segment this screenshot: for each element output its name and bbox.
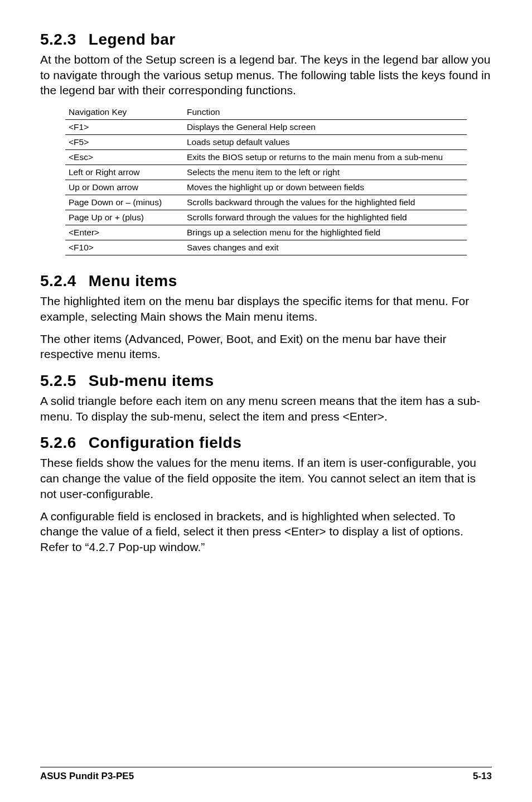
- heading-title: Sub-menu items: [89, 372, 214, 389]
- table-cell-function: Brings up a selection menu for the highl…: [183, 225, 467, 240]
- table-header-function: Function: [183, 105, 467, 120]
- table-row: <F1> Displays the General Help screen: [65, 120, 467, 135]
- heading-5-2-6: 5.2.6Configuration fields: [40, 434, 492, 452]
- paragraph: The highlighted item on the menu bar dis…: [40, 293, 492, 324]
- navigation-key-table: Navigation Key Function <F1> Displays th…: [65, 105, 467, 255]
- table-cell-key: Up or Down arrow: [65, 180, 183, 195]
- heading-5-2-3: 5.2.3Legend bar: [40, 31, 492, 49]
- heading-number: 5.2.4: [40, 272, 76, 290]
- heading-number: 5.2.3: [40, 31, 76, 49]
- heading-title: Configuration fields: [89, 434, 241, 451]
- table-cell-key: Page Up or + (plus): [65, 210, 183, 225]
- footer-page-number: 5-13: [473, 771, 492, 782]
- page-container: 5.2.3Legend bar At the bottom of the Set…: [0, 0, 532, 802]
- table-cell-key: <F5>: [65, 135, 183, 150]
- page-footer: ASUS Pundit P3-PE5 5-13: [40, 767, 492, 782]
- footer-product-name: ASUS Pundit P3-PE5: [40, 771, 134, 782]
- heading-number: 5.2.5: [40, 372, 76, 390]
- paragraph: A solid triangle before each item on any…: [40, 393, 492, 424]
- table-cell-function: Displays the General Help screen: [183, 120, 467, 135]
- table-row: <F10> Saves changes and exit: [65, 240, 467, 255]
- table-row: <Enter> Brings up a selection menu for t…: [65, 225, 467, 240]
- table-cell-key: Page Down or – (minus): [65, 195, 183, 210]
- table-row: Up or Down arrow Moves the highlight up …: [65, 180, 467, 195]
- table-cell-key: <F1>: [65, 120, 183, 135]
- heading-5-2-4: 5.2.4Menu items: [40, 272, 492, 290]
- table-cell-function: Exits the BIOS setup or returns to the m…: [183, 150, 467, 165]
- table-row: Left or Right arrow Selects the menu ite…: [65, 165, 467, 180]
- paragraph: A configurable field is enclosed in brac…: [40, 509, 492, 555]
- table-cell-function: Scrolls backward through the values for …: [183, 195, 467, 210]
- paragraph: At the bottom of the Setup screen is a l…: [40, 52, 492, 98]
- table-cell-key: Left or Right arrow: [65, 165, 183, 180]
- table-cell-function: Selects the menu item to the left or rig…: [183, 165, 467, 180]
- table-row: <F5> Loads setup default values: [65, 135, 467, 150]
- heading-title: Menu items: [89, 272, 177, 289]
- paragraph: These fields show the values for the men…: [40, 455, 492, 501]
- table-cell-key: <Enter>: [65, 225, 183, 240]
- table-cell-function: Scrolls forward through the values for t…: [183, 210, 467, 225]
- table-cell-function: Loads setup default values: [183, 135, 467, 150]
- heading-5-2-5: 5.2.5Sub-menu items: [40, 372, 492, 390]
- table-row: <Esc> Exits the BIOS setup or returns to…: [65, 150, 467, 165]
- table-cell-function: Moves the highlight up or down between f…: [183, 180, 467, 195]
- table-header-key: Navigation Key: [65, 105, 183, 120]
- table-row: Page Down or – (minus) Scrolls backward …: [65, 195, 467, 210]
- paragraph: The other items (Advanced, Power, Boot, …: [40, 331, 492, 362]
- heading-number: 5.2.6: [40, 434, 76, 452]
- table-cell-key: <Esc>: [65, 150, 183, 165]
- table-cell-function: Saves changes and exit: [183, 240, 467, 255]
- table-row: Page Up or + (plus) Scrolls forward thro…: [65, 210, 467, 225]
- table-header-row: Navigation Key Function: [65, 105, 467, 120]
- heading-title: Legend bar: [89, 31, 176, 48]
- table-cell-key: <F10>: [65, 240, 183, 255]
